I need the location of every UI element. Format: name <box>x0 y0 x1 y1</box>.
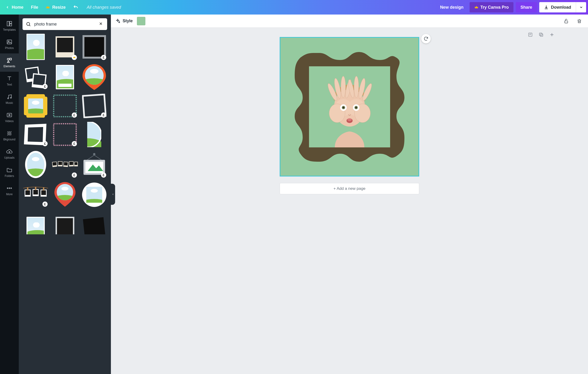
frame-oval-white[interactable] <box>22 150 49 178</box>
canvas-viewport[interactable]: + Add a new page <box>111 28 588 374</box>
chevron-left-icon <box>6 5 9 9</box>
share-button[interactable]: Share <box>516 2 537 12</box>
rail-videos-label: Videos <box>5 120 14 123</box>
lock-button[interactable] <box>562 17 571 26</box>
frame-stamp-pink[interactable]: £ <box>52 122 78 147</box>
try-pro-label: Try Canva Pro <box>480 5 509 10</box>
rail-uploads[interactable]: Uploads <box>0 145 19 163</box>
svg-rect-61 <box>41 190 46 195</box>
regenerate-button[interactable] <box>421 34 431 43</box>
svg-point-26 <box>32 101 39 105</box>
frame-portrait-landscape[interactable] <box>22 33 49 61</box>
frame-tilted-dark[interactable] <box>81 211 107 234</box>
delete-button[interactable] <box>575 17 584 26</box>
frame-polaroid-string[interactable]: £ <box>52 150 78 178</box>
frame-clothespin-string[interactable]: £ <box>22 182 49 208</box>
frame-pin-circle-red[interactable] <box>52 182 78 208</box>
rail-templates[interactable]: Templates <box>0 17 19 35</box>
download-icon <box>544 5 549 10</box>
svg-rect-78 <box>539 33 542 36</box>
svg-rect-3 <box>7 40 12 44</box>
frame-polaroid-cream[interactable] <box>52 33 78 61</box>
download-menu-button[interactable] <box>576 2 586 12</box>
frame-stamp-teal[interactable]: £ <box>52 93 78 119</box>
frame-tilted-white[interactable]: £ <box>81 93 107 119</box>
svg-rect-12 <box>57 38 73 52</box>
download-label: Download <box>551 5 571 10</box>
results-grid[interactable]: £ £ <box>19 33 111 374</box>
crown-icon <box>474 5 479 9</box>
price-badge: £ <box>42 202 48 207</box>
undo-button[interactable] <box>69 3 82 12</box>
file-menu[interactable]: File <box>27 3 42 12</box>
svg-point-71 <box>91 189 98 193</box>
app-body: Templates Photos Elements Text Music Vid… <box>0 15 588 374</box>
pro-badge <box>72 55 77 60</box>
svg-point-10 <box>27 22 30 26</box>
rail-text[interactable]: Text <box>0 72 19 90</box>
frame-tilted-open-white[interactable]: £ <box>22 122 49 147</box>
background-color-swatch[interactable] <box>137 17 145 25</box>
svg-rect-1 <box>10 21 12 23</box>
search-input[interactable] <box>34 21 95 27</box>
svg-point-6 <box>8 98 9 99</box>
price-badge: £ <box>42 84 48 89</box>
pin-circle-red-icon <box>54 182 75 208</box>
panel-collapse-handle[interactable] <box>111 184 115 205</box>
svg-rect-55 <box>25 190 30 195</box>
clear-search-button[interactable] <box>98 21 104 28</box>
rail-photos[interactable]: Photos <box>0 35 19 53</box>
folders-icon <box>6 167 12 173</box>
style-label: Style <box>123 19 133 23</box>
search-icon <box>26 21 31 27</box>
rail-folders[interactable]: Folders <box>0 163 19 181</box>
search-box <box>22 18 107 30</box>
music-icon <box>6 94 12 100</box>
add-new-page-button[interactable]: + Add a new page <box>280 183 419 194</box>
person-photo-icon <box>309 66 390 147</box>
frame-hanging-grey[interactable]: £ <box>81 150 107 178</box>
svg-rect-18 <box>33 74 45 85</box>
try-pro-button[interactable]: Try Canva Pro <box>470 2 514 12</box>
photo-content[interactable] <box>309 66 390 147</box>
frame-polaroid-stack[interactable]: £ <box>22 64 49 90</box>
home-label: Home <box>12 5 23 10</box>
home-button[interactable]: Home <box>2 3 27 12</box>
rail-text-label: Text <box>7 83 12 86</box>
svg-rect-77 <box>540 34 543 36</box>
rail-music[interactable]: Music <box>0 90 19 108</box>
page-notes-button[interactable] <box>527 31 534 38</box>
clothespin-icon <box>23 185 49 204</box>
svg-rect-49 <box>74 162 77 165</box>
frame-half-circle[interactable] <box>81 122 107 147</box>
svg-rect-47 <box>69 162 74 165</box>
rail-bkground-label: Bkground <box>3 138 15 141</box>
frame-square-thin-white[interactable] <box>22 211 49 234</box>
chevron-left-icon <box>112 193 114 196</box>
download-button[interactable]: Download <box>539 2 576 12</box>
price-badge: £ <box>101 113 106 118</box>
add-page-button[interactable] <box>549 31 555 38</box>
svg-point-50 <box>93 153 95 155</box>
add-page-label: + Add a new page <box>333 186 366 191</box>
rail-videos[interactable]: Videos <box>0 108 19 126</box>
rail-elements[interactable]: Elements <box>0 53 19 72</box>
rail-more[interactable]: ••• More <box>0 181 19 200</box>
frame-square-dark[interactable] <box>52 211 78 234</box>
resize-button[interactable]: Resize <box>42 3 69 12</box>
duplicate-page-button[interactable] <box>538 31 544 38</box>
svg-rect-33 <box>56 126 74 143</box>
svg-point-39 <box>32 157 39 161</box>
new-design-button[interactable]: New design <box>436 3 467 12</box>
frame-ornate-yellow[interactable] <box>22 93 49 119</box>
svg-rect-41 <box>52 162 56 166</box>
frame-circle-white[interactable] <box>81 182 107 208</box>
frame-square-thick-grey[interactable]: £ <box>81 33 107 61</box>
design-page[interactable] <box>280 37 419 177</box>
rail-bkground[interactable]: Bkground <box>0 126 19 145</box>
svg-marker-9 <box>9 114 10 116</box>
frame-pin-circle-orange[interactable] <box>81 64 107 90</box>
frame-portrait-thin-white[interactable] <box>52 64 78 90</box>
style-button[interactable]: Style <box>115 19 133 24</box>
tilted-dark-icon <box>83 217 106 234</box>
